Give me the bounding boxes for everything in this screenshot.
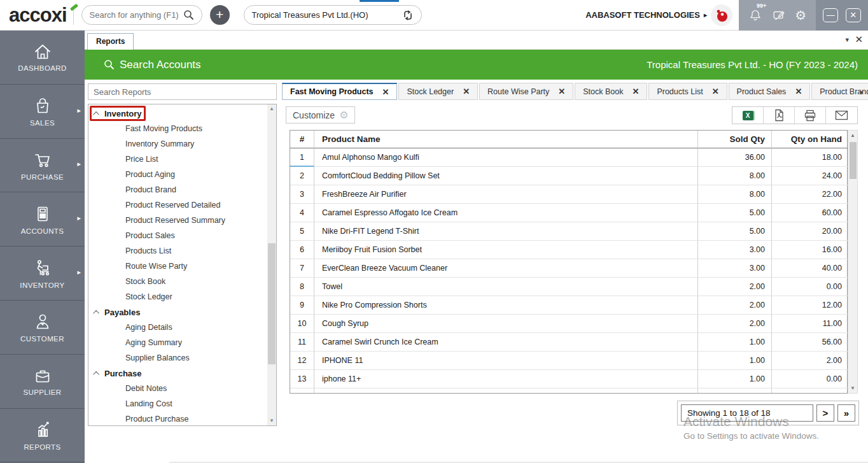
tree-item-product-sales[interactable]: Product Sales <box>88 228 269 243</box>
tree-item-price-list[interactable]: Price List <box>88 152 269 167</box>
sidebar-item-supplier[interactable]: SUPPLIER <box>0 355 85 409</box>
tree-item-product-aging[interactable]: Product Aging <box>88 167 269 182</box>
tree-item-product-reserved-detailed[interactable]: Product Reserved Detailed <box>88 197 269 213</box>
close-tab-icon[interactable]: ✕ <box>795 87 802 96</box>
company-selector[interactable]: Tropical Treasures Pvt Ltd.(HO) <box>244 5 422 25</box>
column-header[interactable]: Qty on Hand <box>772 131 848 148</box>
column-header[interactable]: Sold Qty <box>698 131 772 148</box>
report-tab-fast-moving-products[interactable]: Fast Moving Products✕ <box>282 83 397 100</box>
tree-item-debit-notes[interactable]: Debit Notes <box>88 381 269 396</box>
tree-item-landing-cost[interactable]: Landing Cost <box>88 396 269 411</box>
switch-company-icon[interactable] <box>402 10 414 20</box>
sidebar-item-reports[interactable]: REPORTS <box>0 409 85 463</box>
column-header[interactable]: # <box>290 131 314 148</box>
table-row[interactable]: 1Amul Alphonso Mango Kulfi36.0018.00 <box>290 148 847 167</box>
tree-item-product-reserved-summary[interactable]: Product Reserved Summary <box>88 213 269 228</box>
search-accounts-button[interactable]: Search Accounts <box>104 59 201 71</box>
export-mail-button[interactable] <box>826 107 857 124</box>
export-pdf-button[interactable] <box>764 107 795 124</box>
table-row[interactable]: 9Nike Pro Compression Shorts2.0012.00 <box>290 296 847 315</box>
table-row[interactable]: 13iphone 11+1.000.00 <box>290 370 847 388</box>
report-tab-stock-book[interactable]: Stock Book✕ <box>575 83 647 100</box>
scroll-down-icon[interactable]: ▼ <box>267 417 276 425</box>
close-tab-icon[interactable]: ✕ <box>463 87 470 96</box>
sidebar-item-purchase[interactable]: PURCHASE▸ <box>0 139 85 193</box>
tree-item-route-wise-party[interactable]: Route Wise Party <box>88 259 269 274</box>
table-row[interactable]: 12IPHONE 111.002.00 <box>290 352 847 370</box>
table-row-partial <box>290 388 847 393</box>
tree-item-inventory-summary[interactable]: Inventory Summary <box>88 136 269 152</box>
tree-item-products-list[interactable]: Products List <box>88 243 269 259</box>
table-row[interactable]: 4Caramel Espresso Affogato Ice Cream5.00… <box>290 204 847 222</box>
export-print-button[interactable] <box>795 107 826 124</box>
table-row[interactable]: 11Caramel Swirl Crunch Ice Cream1.0056.0… <box>290 333 847 352</box>
sidebar-item-dashboard[interactable]: DASHBOARD <box>0 31 85 85</box>
next-page-button[interactable]: > <box>816 404 834 422</box>
sidebar-item-label: PURCHASE <box>21 173 64 181</box>
scroll-up-icon[interactable]: ▲ <box>267 104 276 113</box>
row-number: 12 <box>290 352 314 370</box>
avatar[interactable] <box>711 4 732 26</box>
sidebar-item-label: DASHBOARD <box>18 64 66 72</box>
global-search-input[interactable]: Search for anything (F1) <box>81 5 202 25</box>
tabstrip-dropdown-icon[interactable]: ▾ <box>845 36 849 44</box>
close-tab-icon[interactable]: ✕ <box>712 87 719 96</box>
tree-item-fast-moving-products[interactable]: Fast Moving Products <box>88 121 269 136</box>
report-tab-products-list[interactable]: Products List✕ <box>648 83 727 100</box>
customize-button[interactable]: Customize ⚙ <box>286 106 355 124</box>
tree-section-payables[interactable]: Payables <box>88 304 269 320</box>
tree-item-product-brand[interactable]: Product Brand <box>88 182 269 197</box>
company-fiscal-year: Tropical Treasures Pvt Ltd. - HO (FY 202… <box>647 59 858 70</box>
report-tabs-overflow-icon[interactable]: ▾ <box>859 89 863 97</box>
table-row[interactable]: 2ComfortCloud Bedding Pillow Set8.0024.0… <box>290 167 847 185</box>
sidebar-item-inventory[interactable]: INVENTORY▸ <box>0 246 85 301</box>
report-tab-stock-ledger[interactable]: Stock Ledger✕ <box>398 83 478 100</box>
bell-icon[interactable] <box>748 8 762 22</box>
table-row[interactable]: 10Cough Syrup2.0011.00 <box>290 315 847 333</box>
table-row[interactable]: 6Meriiboy Fruit Fusion Sorbet3.0016.00 <box>290 241 847 259</box>
close-icon[interactable]: ✕ <box>846 8 861 22</box>
table-row[interactable]: 5Nike Dri-FIT Legend T-Shirt5.0020.00 <box>290 222 847 241</box>
column-header[interactable]: Product Name <box>314 131 698 148</box>
close-tab-icon[interactable]: ✕ <box>632 87 639 96</box>
tree-item-aging-details[interactable]: Aging Details <box>88 320 269 335</box>
tree-item-aging-summary[interactable]: Aging Summary <box>88 335 269 350</box>
table-row[interactable]: 7EverClean Breeze Vacuum Cleaner3.0040.0… <box>290 259 847 278</box>
sidebar-item-customer[interactable]: CUSTOMER <box>0 301 85 355</box>
search-reports-input[interactable] <box>88 83 277 100</box>
gear-icon[interactable]: ⚙ <box>795 9 806 22</box>
search-icon[interactable] <box>183 10 194 20</box>
table-row[interactable]: 8Towel2.000.00 <box>290 278 847 296</box>
table-row[interactable]: 3FreshBreeze Air Purifier8.0022.00 <box>290 185 847 204</box>
last-page-button[interactable]: » <box>837 404 855 422</box>
tree-scrollbar[interactable]: ▲ ▼ <box>267 104 276 425</box>
scrollbar-thumb[interactable] <box>268 243 276 364</box>
tree-item-product-purchase[interactable]: Product Purchase <box>88 411 269 426</box>
minimize-icon[interactable]: — <box>823 8 838 22</box>
tree-section-purchase[interactable]: Purchase <box>88 366 269 381</box>
sidebar-item-sales[interactable]: SALES▸ <box>0 85 85 139</box>
accoxi-app: accoxi Search for anything (F1) + Tropic… <box>0 0 868 463</box>
tree-section-inventory[interactable]: Inventory <box>88 106 269 121</box>
close-tab-icon[interactable]: ✕ <box>558 87 565 96</box>
tabstrip-close-icon[interactable]: ✕ <box>855 34 863 45</box>
sidebar-item-accounts[interactable]: ACCOUNTS▸ <box>0 192 85 246</box>
close-tab-icon[interactable]: ✕ <box>382 87 389 97</box>
export-excel-button[interactable]: X <box>732 107 764 124</box>
export-toolbar: X <box>732 106 858 124</box>
tab-reports[interactable]: Reports <box>87 33 134 50</box>
message-icon[interactable] <box>772 8 786 22</box>
scroll-down-icon[interactable]: ▼ <box>848 383 857 393</box>
organization-menu[interactable]: AABASOFT TECHNOLOGIES ▸ <box>585 10 707 20</box>
table-scrollbar[interactable]: ▲ ▼ <box>848 130 858 394</box>
scroll-up-icon[interactable]: ▲ <box>848 131 857 140</box>
product-name-cell: Nike Pro Compression Shorts <box>314 296 698 315</box>
scrollbar-thumb[interactable] <box>850 142 857 179</box>
tree-item-stock-book[interactable]: Stock Book <box>88 274 269 289</box>
tree-item-supplier-balances[interactable]: Supplier Balances <box>88 350 269 366</box>
add-button[interactable]: + <box>210 5 230 25</box>
report-tab-route-wise-party[interactable]: Route Wise Party✕ <box>479 83 573 100</box>
tree-item-stock-ledger[interactable]: Stock Ledger <box>88 289 269 304</box>
report-tab-product-sales[interactable]: Product Sales✕ <box>729 83 811 100</box>
customize-label: Customize <box>293 110 335 120</box>
